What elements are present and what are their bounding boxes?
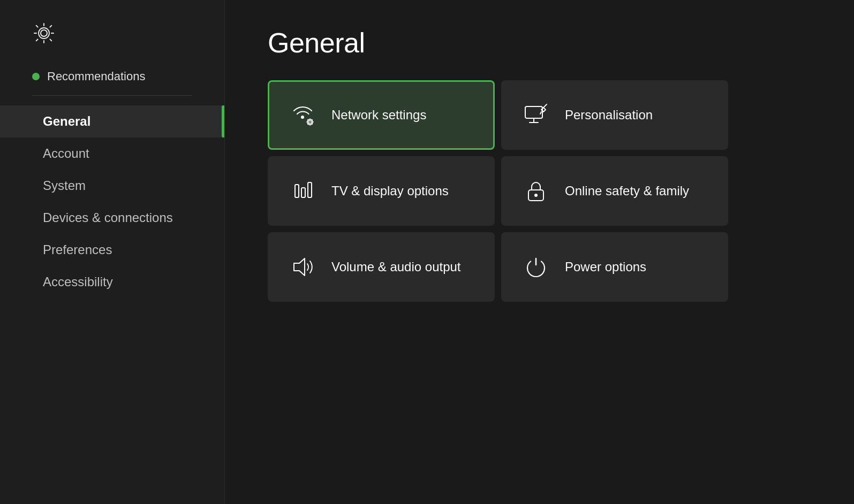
power-options-label: Power options <box>565 259 646 274</box>
sidebar-item-system[interactable]: System <box>0 170 224 202</box>
tv-display-label: TV & display options <box>331 184 449 198</box>
sidebar-nav: General Account System Devices & connect… <box>0 105 224 298</box>
svg-line-9 <box>308 120 308 120</box>
svg-point-0 <box>41 30 47 36</box>
svg-point-4 <box>309 121 312 124</box>
lock-icon <box>522 177 550 205</box>
personalisation-label: Personalisation <box>565 108 653 123</box>
network-icon <box>289 101 316 129</box>
svg-rect-13 <box>525 106 542 118</box>
sidebar-item-preferences[interactable]: Preferences <box>0 234 224 266</box>
settings-grid: Network settings Personalisation <box>268 80 728 302</box>
recommendations-row[interactable]: Recommendations <box>0 63 224 90</box>
network-settings-label: Network settings <box>331 108 426 123</box>
sidebar-divider <box>32 95 192 96</box>
volume-icon <box>289 253 316 281</box>
grid-item-network-settings[interactable]: Network settings <box>268 80 495 150</box>
svg-line-17 <box>540 112 541 114</box>
svg-line-10 <box>312 124 312 124</box>
sidebar-item-devices[interactable]: Devices & connections <box>0 202 224 234</box>
sidebar: Recommendations General Account System D… <box>0 0 225 504</box>
gear-icon-container <box>0 21 224 63</box>
svg-marker-23 <box>294 258 305 276</box>
online-indicator <box>32 73 40 80</box>
grid-item-online-safety[interactable]: Online safety & family <box>501 156 728 226</box>
svg-point-22 <box>534 194 538 197</box>
tv-display-icon <box>289 177 316 205</box>
sidebar-item-accessibility[interactable]: Accessibility <box>0 266 224 298</box>
svg-line-12 <box>312 120 312 120</box>
page-title: General <box>268 27 822 59</box>
svg-line-11 <box>308 124 308 124</box>
svg-rect-18 <box>295 185 299 197</box>
gear-icon <box>32 21 56 45</box>
svg-rect-20 <box>308 182 312 197</box>
svg-rect-19 <box>301 188 305 197</box>
online-safety-label: Online safety & family <box>565 184 689 198</box>
grid-item-power-options[interactable]: Power options <box>501 232 728 302</box>
svg-point-2 <box>301 116 304 119</box>
recommendations-label: Recommendations <box>47 70 145 83</box>
sidebar-item-general[interactable]: General <box>0 105 224 138</box>
power-icon <box>522 253 550 281</box>
grid-item-volume-audio[interactable]: Volume & audio output <box>268 232 495 302</box>
grid-item-personalisation[interactable]: Personalisation <box>501 80 728 150</box>
sidebar-item-account[interactable]: Account <box>0 138 224 170</box>
volume-audio-label: Volume & audio output <box>331 259 461 274</box>
main-content: General <box>225 0 854 504</box>
svg-line-16 <box>543 104 547 108</box>
personalisation-icon <box>522 101 550 129</box>
grid-item-tv-display[interactable]: TV & display options <box>268 156 495 226</box>
